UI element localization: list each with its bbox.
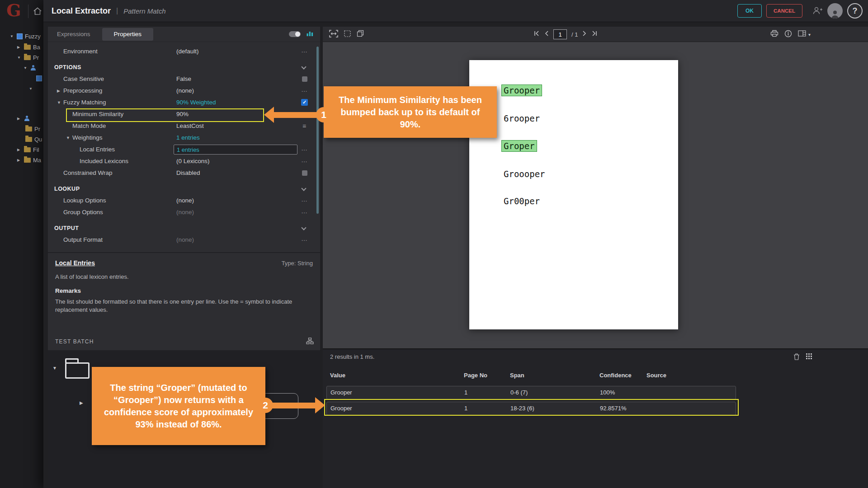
tab-expressions[interactable]: Expressions bbox=[48, 31, 99, 38]
page-number-input[interactable] bbox=[553, 29, 567, 39]
tree-item[interactable] bbox=[36, 74, 43, 83]
column-value[interactable]: Value bbox=[330, 372, 345, 379]
expander-icon[interactable]: ▶ bbox=[17, 158, 22, 162]
tree-item[interactable]: Pr bbox=[25, 124, 40, 133]
section-header-options[interactable]: OPTIONS bbox=[48, 61, 320, 73]
folder-icon bbox=[24, 147, 31, 152]
share-user-icon[interactable] bbox=[812, 6, 823, 15]
expander-expanded-icon[interactable]: ▼ bbox=[66, 136, 70, 140]
ellipsis-button[interactable]: … bbox=[299, 47, 309, 54]
selection-icon[interactable] bbox=[344, 30, 351, 39]
toggle-switch-icon[interactable] bbox=[289, 31, 301, 37]
tab-properties[interactable]: Properties bbox=[102, 28, 154, 41]
tree-item[interactable]: Qu bbox=[25, 135, 42, 144]
property-row-weightings[interactable]: ▼ Weightings 1 entries bbox=[48, 132, 320, 144]
grid-view-icon[interactable] bbox=[806, 353, 812, 362]
previous-page-button[interactable] bbox=[544, 30, 549, 38]
expander-icon[interactable]: ▼ bbox=[24, 66, 28, 70]
property-row-fuzzy-matching[interactable]: ▼ Fuzzy Matching 90% Weighted ✓ bbox=[48, 97, 320, 108]
expander-expanded-icon[interactable]: ▼ bbox=[52, 366, 57, 371]
arrow-right-icon bbox=[315, 397, 325, 413]
ok-button[interactable]: OK bbox=[737, 4, 762, 18]
expander-expanded-icon[interactable]: ▼ bbox=[57, 100, 61, 105]
ellipsis-button[interactable]: … bbox=[299, 156, 309, 164]
last-page-button[interactable] bbox=[591, 30, 598, 38]
property-row-constrained-wrap[interactable]: Constrained Wrap Disabled bbox=[48, 167, 320, 179]
tree-item[interactable]: ▶Ba bbox=[17, 42, 40, 52]
property-row-environment[interactable]: Environment (default) … bbox=[48, 46, 320, 57]
property-value: Disabled bbox=[176, 169, 200, 176]
expander-collapsed-icon[interactable]: ▶ bbox=[80, 400, 83, 405]
ellipsis-button[interactable]: … bbox=[299, 207, 309, 215]
tree-item[interactable]: ▶Fil bbox=[17, 145, 39, 154]
ellipsis-button[interactable]: … bbox=[299, 196, 309, 203]
checkbox-unchecked[interactable] bbox=[302, 170, 307, 176]
expander-icon[interactable]: ▶ bbox=[17, 148, 22, 152]
tree-item[interactable]: ▼Fuzzy bbox=[10, 32, 41, 41]
expander-icon[interactable]: ▶ bbox=[17, 117, 22, 121]
cell-confidence: 100% bbox=[600, 389, 615, 396]
first-page-button[interactable] bbox=[533, 30, 540, 38]
remarks-text: The list should be formatted so that the… bbox=[55, 298, 311, 314]
expander-icon[interactable]: ▶ bbox=[17, 45, 22, 49]
section-header-lookup[interactable]: LOOKUP bbox=[48, 183, 320, 195]
ellipsis-button[interactable]: … bbox=[299, 235, 309, 242]
tree-item[interactable]: ▼ bbox=[29, 84, 36, 93]
property-row-preprocessing[interactable]: ▶ Preprocessing (none) … bbox=[48, 85, 320, 97]
result-row[interactable]: Grooper 1 18-23 (6) 92.8571% bbox=[326, 402, 736, 415]
title-separator: | bbox=[116, 7, 118, 15]
menu-icon[interactable]: ≡ bbox=[299, 122, 309, 130]
section-header-output[interactable]: OUTPUT bbox=[48, 222, 320, 234]
chevron-down-icon bbox=[301, 186, 306, 191]
user-avatar[interactable] bbox=[827, 3, 843, 19]
property-row-lookup-options[interactable]: Lookup Options (none) … bbox=[48, 195, 320, 206]
description-summary: A list of local lexicon entries. bbox=[55, 273, 313, 280]
callout-number-badge: 2 bbox=[258, 398, 273, 413]
column-source[interactable]: Source bbox=[646, 372, 666, 379]
checkbox-checked[interactable]: ✓ bbox=[301, 99, 308, 106]
document-text-line: 6rooper bbox=[504, 113, 540, 124]
expander-icon[interactable]: ▼ bbox=[29, 87, 33, 91]
print-icon[interactable] bbox=[770, 30, 778, 39]
annotation-callout-2: 2 The string “Groper” (mutated to “Groop… bbox=[92, 367, 265, 445]
property-row-local-entries[interactable]: Local Entries … bbox=[48, 144, 320, 155]
tree-item[interactable]: ▶ bbox=[17, 114, 32, 123]
ellipsis-button[interactable]: … bbox=[299, 145, 309, 152]
home-icon[interactable] bbox=[33, 7, 42, 17]
copy-pages-icon[interactable] bbox=[357, 30, 364, 39]
clear-results-icon[interactable] bbox=[793, 353, 800, 362]
result-row[interactable]: Grooper 1 0-6 (7) 100% bbox=[326, 386, 736, 399]
scrollbar-thumb[interactable] bbox=[316, 47, 319, 214]
column-page-no[interactable]: Page No bbox=[464, 372, 487, 379]
column-span[interactable]: Span bbox=[510, 372, 524, 379]
results-panel: 2 results in 1 ms. Value Page No Span Co… bbox=[323, 348, 868, 488]
tree-item-label: Pr bbox=[34, 126, 40, 132]
help-icon[interactable]: ? bbox=[847, 3, 863, 19]
tree-item[interactable]: ▼ bbox=[24, 63, 38, 72]
hierarchy-icon[interactable] bbox=[306, 338, 314, 346]
property-name: Preprocessing bbox=[63, 87, 102, 94]
local-entries-input[interactable] bbox=[174, 145, 297, 155]
cell-span: 18-23 (6) bbox=[510, 405, 534, 412]
property-row-output-format[interactable]: Output Format (none) … bbox=[48, 234, 320, 246]
caret-down-icon[interactable]: ▾ bbox=[808, 32, 811, 37]
info-icon[interactable] bbox=[784, 30, 792, 39]
layout-view-icon[interactable] bbox=[798, 30, 806, 38]
property-row-case-sensitive[interactable]: Case Sensitive False bbox=[48, 73, 320, 85]
expander-collapsed-icon[interactable]: ▶ bbox=[57, 89, 60, 93]
property-row-included-lexicons[interactable]: Included Lexicons (0 Lexicons) … bbox=[48, 155, 320, 167]
ellipsis-button[interactable]: … bbox=[299, 86, 309, 93]
checkbox-unchecked[interactable] bbox=[302, 76, 307, 82]
property-row-match-mode[interactable]: Match Mode LeastCost ≡ bbox=[48, 120, 320, 132]
batch-folder-icon[interactable] bbox=[65, 362, 90, 379]
chart-icon[interactable] bbox=[306, 30, 314, 38]
next-page-button[interactable] bbox=[582, 30, 587, 38]
tree-item[interactable]: ▼Pr bbox=[17, 53, 39, 62]
expander-icon[interactable]: ▼ bbox=[10, 34, 14, 38]
cancel-button[interactable]: CANCEL bbox=[766, 4, 802, 18]
fit-width-icon[interactable] bbox=[329, 30, 338, 39]
column-confidence[interactable]: Confidence bbox=[599, 372, 632, 379]
property-row-group-options[interactable]: Group Options (none) … bbox=[48, 206, 320, 218]
expander-icon[interactable]: ▼ bbox=[17, 56, 22, 60]
tree-item[interactable]: ▶Ma bbox=[17, 155, 41, 164]
